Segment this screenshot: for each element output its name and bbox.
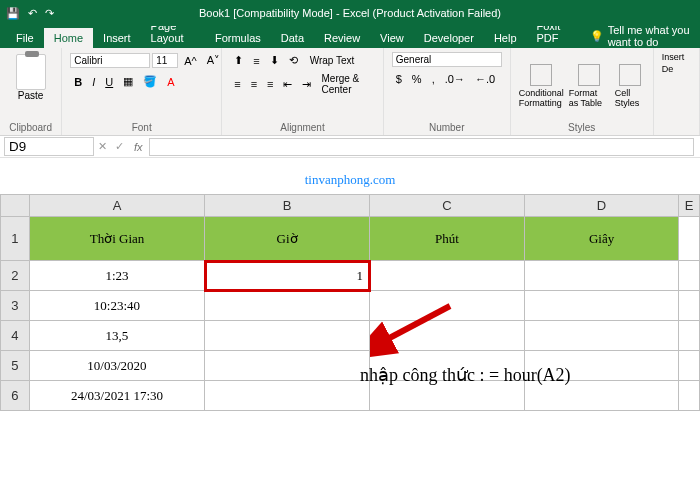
col-header-d[interactable]: D (524, 195, 679, 217)
header-gio[interactable]: Giờ (205, 217, 370, 261)
cell[interactable] (679, 291, 700, 321)
row-header-6[interactable]: 6 (1, 381, 30, 411)
percent-button[interactable]: % (408, 71, 426, 87)
enter-icon[interactable]: ✓ (115, 140, 124, 153)
table-row: 4 13,5 (1, 321, 700, 351)
decrease-font-button[interactable]: A˅ (203, 52, 224, 69)
insert-button[interactable]: Insert (662, 52, 691, 62)
fill-color-button[interactable]: 🪣 (139, 73, 161, 90)
watermark: tinvanphong.com (0, 158, 700, 194)
comma-button[interactable]: , (428, 71, 439, 87)
tab-view[interactable]: View (370, 28, 414, 48)
header-phut[interactable]: Phút (370, 217, 525, 261)
align-middle-button[interactable]: ≡ (249, 53, 263, 69)
bold-button[interactable]: B (70, 74, 86, 90)
cell-a2[interactable]: 1:23 (29, 261, 204, 291)
tab-formulas[interactable]: Formulas (205, 28, 271, 48)
redo-icon[interactable]: ↷ (45, 7, 54, 20)
cell-b3[interactable] (205, 291, 370, 321)
table-row: 1 Thời Gian Giờ Phút Giây (1, 217, 700, 261)
tab-help[interactable]: Help (484, 28, 527, 48)
cancel-icon[interactable]: ✕ (98, 140, 107, 153)
row-header-5[interactable]: 5 (1, 351, 30, 381)
tell-me[interactable]: 💡 Tell me what you want to do (590, 24, 700, 48)
conditional-formatting-button[interactable]: Conditional Formatting (519, 64, 563, 108)
align-bottom-button[interactable]: ⬇ (266, 52, 283, 69)
indent-decrease-button[interactable]: ⇤ (279, 76, 296, 93)
cell-d2[interactable] (524, 261, 679, 291)
table-row: 6 24/03/2021 17:30 (1, 381, 700, 411)
format-as-table-button[interactable]: Format as Table (569, 64, 609, 108)
worksheet[interactable]: A B C D E 1 Thời Gian Giờ Phút Giây 2 1:… (0, 194, 700, 411)
font-color-button[interactable]: A (163, 74, 178, 90)
fx-icon[interactable]: fx (134, 141, 143, 153)
cell[interactable] (679, 261, 700, 291)
tab-file[interactable]: File (6, 28, 44, 48)
orientation-button[interactable]: ⟲ (285, 52, 302, 69)
cell[interactable] (679, 321, 700, 351)
row-header-2[interactable]: 2 (1, 261, 30, 291)
tab-insert[interactable]: Insert (93, 28, 141, 48)
align-left-button[interactable]: ≡ (230, 76, 244, 92)
ribbon-tabs: File Home Insert Page Layout Formulas Da… (0, 26, 700, 48)
cell-d4[interactable] (524, 321, 679, 351)
tab-developer[interactable]: Developer (414, 28, 484, 48)
cell-a5[interactable]: 10/03/2020 (29, 351, 204, 381)
tab-data[interactable]: Data (271, 28, 314, 48)
number-format-select[interactable] (392, 52, 502, 67)
cell-styles-button[interactable]: Cell Styles (615, 64, 645, 108)
formula-bar-row: ✕ ✓ fx (0, 136, 700, 158)
table-row: 2 1:23 1 (1, 261, 700, 291)
borders-button[interactable]: ▦ (119, 73, 137, 90)
name-box[interactable] (4, 137, 94, 156)
header-thoi-gian[interactable]: Thời Gian (29, 217, 204, 261)
select-all-corner[interactable] (1, 195, 30, 217)
col-header-c[interactable]: C (370, 195, 525, 217)
tab-home[interactable]: Home (44, 28, 93, 48)
cell[interactable] (679, 351, 700, 381)
quick-access[interactable]: 💾 ↶ ↷ (6, 7, 54, 20)
header-giay[interactable]: Giây (524, 217, 679, 261)
cell[interactable] (679, 217, 700, 261)
indent-increase-button[interactable]: ⇥ (298, 76, 315, 93)
cell-b2-selected[interactable]: 1 (205, 261, 370, 291)
row-header-4[interactable]: 4 (1, 321, 30, 351)
col-header-b[interactable]: B (205, 195, 370, 217)
increase-decimal-button[interactable]: .0→ (441, 71, 469, 87)
italic-button[interactable]: I (88, 74, 99, 90)
cond-format-icon (530, 64, 552, 86)
row-header-3[interactable]: 3 (1, 291, 30, 321)
window-title: Book1 [Compatibility Mode] - Excel (Prod… (199, 7, 501, 19)
cell-b4[interactable] (205, 321, 370, 351)
tab-review[interactable]: Review (314, 28, 370, 48)
paste-button[interactable]: Paste (8, 52, 53, 101)
decrease-decimal-button[interactable]: ←.0 (471, 71, 499, 87)
cell-a6[interactable]: 24/03/2021 17:30 (29, 381, 204, 411)
align-center-button[interactable]: ≡ (247, 76, 261, 92)
delete-button[interactable]: De (662, 64, 691, 74)
cell-c4[interactable] (370, 321, 525, 351)
align-right-button[interactable]: ≡ (263, 76, 277, 92)
col-header-a[interactable]: A (29, 195, 204, 217)
cell-c3[interactable] (370, 291, 525, 321)
underline-button[interactable]: U (101, 74, 117, 90)
align-top-button[interactable]: ⬆ (230, 52, 247, 69)
font-size-select[interactable] (152, 53, 178, 68)
save-icon[interactable]: 💾 (6, 7, 20, 20)
font-name-select[interactable] (70, 53, 150, 68)
undo-icon[interactable]: ↶ (28, 7, 37, 20)
cell-a4[interactable]: 13,5 (29, 321, 204, 351)
cell-c2[interactable] (370, 261, 525, 291)
currency-button[interactable]: $ (392, 71, 406, 87)
increase-font-button[interactable]: A^ (180, 53, 201, 69)
cell[interactable] (679, 381, 700, 411)
merge-center-button[interactable]: Merge & Center (321, 73, 374, 95)
row-header-1[interactable]: 1 (1, 217, 30, 261)
cell-d3[interactable] (524, 291, 679, 321)
cell-b5[interactable] (205, 351, 370, 381)
cell-b6[interactable] (205, 381, 370, 411)
wrap-text-button[interactable]: Wrap Text (310, 55, 355, 66)
col-header-e[interactable]: E (679, 195, 700, 217)
formula-bar[interactable] (149, 138, 694, 156)
cell-a3[interactable]: 10:23:40 (29, 291, 204, 321)
